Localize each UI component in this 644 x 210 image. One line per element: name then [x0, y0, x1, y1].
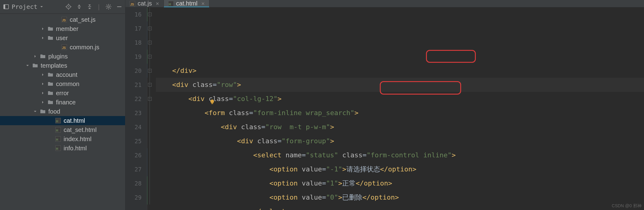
line-number-gutter[interactable]: 1617181920212223242526272829: [125, 7, 147, 210]
line-number[interactable]: 23: [125, 106, 142, 120]
editor-tab[interactable]: JScat.js✕: [125, 0, 164, 7]
line-number[interactable]: 20: [125, 64, 142, 78]
close-icon[interactable]: ✕: [156, 1, 159, 6]
chevron-right-icon[interactable]: [41, 82, 45, 86]
chevron-right-icon[interactable]: [41, 36, 45, 40]
close-icon[interactable]: ✕: [201, 1, 205, 6]
line-number[interactable]: 17: [125, 21, 142, 36]
tree-item[interactable]: plugins: [0, 52, 125, 61]
code-line[interactable]: <div class="row">: [156, 78, 644, 92]
collapse-all-icon[interactable]: [87, 4, 92, 9]
code-line[interactable]: </select>: [156, 204, 644, 210]
code-line[interactable]: </div>: [156, 64, 644, 78]
code-editor[interactable]: </div> <div class="row"> <div class="col…: [156, 7, 644, 210]
locate-icon[interactable]: [65, 4, 72, 10]
tree-item[interactable]: Hinfo.html: [0, 144, 125, 153]
gear-icon[interactable]: [105, 4, 112, 10]
folder-icon: [40, 108, 46, 114]
fold-handle[interactable]: −: [148, 83, 152, 87]
fold-handle[interactable]: −: [148, 41, 152, 44]
line-number[interactable]: 21: [125, 78, 142, 92]
line-number[interactable]: 29: [125, 190, 142, 204]
code-line[interactable]: <option value="1">正常</option>: [156, 176, 644, 190]
fold-column[interactable]: −−−−−−−: [147, 7, 156, 210]
line-number[interactable]: 22: [125, 92, 142, 106]
chevron-right-icon[interactable]: [41, 27, 45, 31]
line-number[interactable]: 25: [125, 134, 142, 148]
fold-handle[interactable]: −: [148, 69, 152, 73]
editor-tab[interactable]: Hcat.html✕: [164, 0, 209, 7]
chevron-right-icon[interactable]: [33, 54, 37, 58]
minimize-icon[interactable]: [117, 4, 122, 9]
folder-icon: [40, 53, 46, 59]
line-number[interactable]: 28: [125, 176, 142, 190]
project-sidebar: Project |: [0, 0, 125, 210]
svg-rect-8: [78, 6, 81, 7]
project-tool-icon[interactable]: [3, 4, 9, 10]
tab-label: cat.js: [138, 0, 152, 7]
svg-rect-19: [117, 6, 121, 7]
svg-rect-9: [88, 6, 91, 7]
html-file-icon: H: [55, 145, 61, 151]
html-file-icon: H: [55, 118, 61, 124]
tree-item-label: finance: [56, 99, 76, 106]
sidebar-header: Project |: [0, 0, 125, 14]
tree-item-label: member: [56, 25, 78, 32]
tree-item[interactable]: JScat_set.js: [0, 15, 125, 24]
folder-icon: [47, 90, 54, 96]
tree-item[interactable]: food: [0, 107, 125, 116]
fold-handle[interactable]: −: [148, 13, 152, 16]
tree-item[interactable]: user: [0, 33, 125, 43]
annotation-callout: [426, 50, 476, 63]
fold-handle[interactable]: −: [148, 97, 152, 101]
line-number[interactable]: 24: [125, 120, 142, 134]
sidebar-title: Project: [12, 3, 37, 10]
tree-item[interactable]: JScommon.js: [0, 43, 125, 52]
chevron-down-icon[interactable]: [25, 63, 30, 68]
line-number[interactable]: 26: [125, 148, 142, 162]
tree-item[interactable]: account: [0, 70, 125, 79]
code-line[interactable]: <div class="col-lg-12">: [156, 92, 644, 106]
chevron-right-icon[interactable]: [41, 91, 45, 95]
tree-item-label: plugins: [48, 53, 68, 60]
js-file-icon: JS: [61, 17, 67, 23]
tree-item[interactable]: Hindex.html: [0, 134, 125, 144]
folder-icon: [47, 99, 54, 105]
line-number[interactable]: 27: [125, 162, 142, 176]
tree-item[interactable]: templates: [0, 61, 125, 70]
tree-item[interactable]: Hcat_set.html: [0, 125, 125, 134]
expand-all-icon[interactable]: [76, 4, 82, 9]
tree-item-label: cat_set.js: [70, 16, 95, 23]
tree-item-label: index.html: [64, 136, 91, 143]
code-line[interactable]: <select name="status" class="form-contro…: [156, 148, 644, 162]
code-line[interactable]: <option value="0">已删除</option>: [156, 190, 644, 204]
tree-item[interactable]: common: [0, 79, 125, 88]
svg-point-10: [108, 6, 109, 8]
fold-handle[interactable]: −: [148, 55, 152, 58]
chevron-down-icon[interactable]: [33, 109, 37, 114]
tree-item[interactable]: Hcat.html: [0, 116, 125, 125]
folder-icon: [47, 35, 54, 41]
svg-rect-1: [4, 5, 5, 9]
chevron-right-icon[interactable]: [41, 100, 45, 104]
line-number[interactable]: 18: [125, 36, 142, 50]
chevron-right-icon[interactable]: [41, 73, 45, 77]
line-number[interactable]: 16: [125, 7, 142, 21]
code-line[interactable]: <option value="-1">请选择状态</option>: [156, 162, 644, 176]
intention-bulb-icon[interactable]: [169, 82, 175, 88]
project-tree[interactable]: JScat_set.jsmemberuserJScommon.jsplugins…: [0, 14, 125, 210]
tree-item[interactable]: member: [0, 24, 125, 33]
code-line[interactable]: <div class="row m-t p-w-m">: [156, 120, 644, 134]
code-line[interactable]: <div class="form-group">: [156, 134, 644, 148]
tree-item-label: user: [56, 35, 68, 42]
fold-handle[interactable]: −: [148, 27, 152, 30]
svg-rect-21: [211, 103, 213, 104]
tree-item[interactable]: finance: [0, 98, 125, 107]
js-file-icon: JS: [61, 44, 67, 50]
tree-item-label: account: [56, 71, 77, 78]
line-number[interactable]: 19: [125, 50, 142, 64]
chevron-down-icon[interactable]: [40, 5, 43, 9]
svg-line-15: [107, 5, 107, 6]
code-line[interactable]: <form class="form-inline wrap_search">: [156, 106, 644, 120]
tree-item[interactable]: error: [0, 88, 125, 98]
